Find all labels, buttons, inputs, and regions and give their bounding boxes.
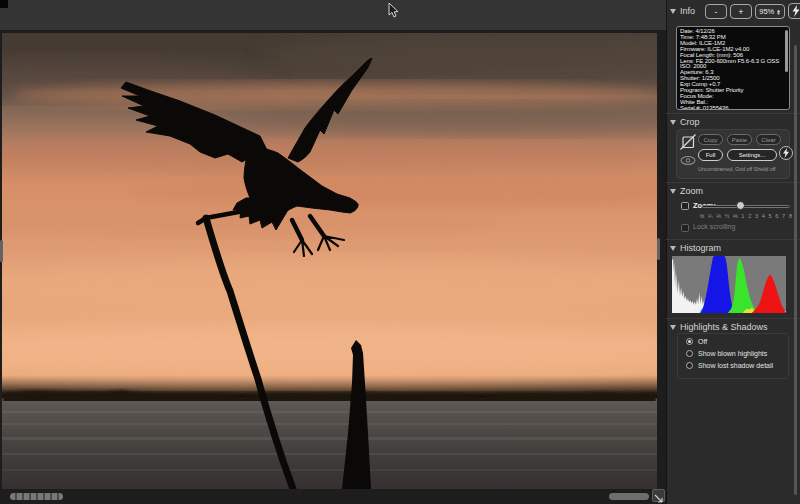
button-label: Paste: [732, 137, 747, 143]
radio-off[interactable]: Off: [686, 338, 707, 345]
eye-visibility-icon[interactable]: [680, 155, 696, 166]
histogram-chart: [672, 256, 786, 313]
tick-label: ¼: [708, 213, 713, 219]
resize-grip[interactable]: [652, 489, 665, 502]
zoom-slider-thumb[interactable]: [736, 201, 745, 210]
tick-label: ⅔: [733, 213, 738, 219]
tick-label: ½: [725, 213, 730, 219]
crop-settings-button[interactable]: Settings...: [727, 149, 777, 161]
panel-title: Histogram: [680, 243, 721, 253]
panel-header-highlights-shadows[interactable]: Highlights & Shadows: [670, 322, 768, 332]
section-divider: [666, 318, 800, 319]
zoom-level-select[interactable]: 95% ▲▼: [755, 4, 785, 19]
radio-label: Off: [698, 338, 707, 345]
panel-header-crop[interactable]: Crop: [670, 117, 700, 127]
panel-title: Info: [680, 6, 695, 16]
zoom-out-button[interactable]: -: [705, 4, 727, 19]
button-label: Copy: [703, 137, 717, 143]
section-divider: [666, 182, 800, 183]
collapse-triangle-icon: [670, 9, 676, 14]
zoom-level-value: 95%: [759, 7, 774, 16]
radio-show-lost-shadow-detail[interactable]: Show lost shadow detail: [686, 362, 773, 369]
radio-icon: [686, 338, 693, 345]
zoom-checkbox[interactable]: [681, 202, 689, 210]
panel-title: Crop: [680, 117, 700, 127]
canvas-vscroll-right-thumb[interactable]: [657, 238, 660, 260]
collapse-triangle-icon: [670, 120, 676, 125]
panel-header-histogram[interactable]: Histogram: [670, 243, 721, 253]
zoom-in-button[interactable]: +: [730, 4, 752, 19]
exif-info-box: Date: 4/12/26 Time: 7:48:32 PM Model: IL…: [676, 26, 790, 110]
zoom-out-label: -: [715, 7, 718, 17]
tick-label: 2: [748, 213, 751, 219]
zoom-slider-ticks: fit ¼ ⅓ ½ ⅔ 1 2 3 4 5 6 7 8: [700, 213, 792, 219]
panel-header-zoom[interactable]: Zoom: [670, 186, 703, 196]
crop-full-button[interactable]: Full: [698, 149, 723, 161]
tick-label: 4: [762, 213, 765, 219]
collapse-triangle-icon: [670, 325, 676, 330]
radio-show-blown-highlights[interactable]: Show blown highlights: [686, 350, 767, 357]
info-scrollbar-thumb[interactable]: [785, 30, 788, 72]
radio-label: Show lost shadow detail: [698, 362, 773, 369]
stepper-arrows-icon: ▲▼: [776, 9, 780, 15]
top-toolbar: [0, 0, 666, 31]
window-corner-notch: [0, 0, 8, 8]
button-label: Clear: [761, 137, 775, 143]
tick-label: 3: [755, 213, 758, 219]
info-line: Serial #: 01355436: [680, 106, 786, 110]
button-label: Full: [706, 152, 716, 158]
tick-label: 5: [769, 213, 772, 219]
tick-label: fit: [700, 213, 704, 219]
photo-sunset-bird: [2, 33, 657, 489]
panel-title: Zoom: [680, 186, 703, 196]
tick-label: ⅓: [716, 213, 721, 219]
tick-label: 1: [741, 213, 744, 219]
collapse-triangle-icon: [670, 246, 676, 251]
lock-scrolling-checkbox[interactable]: [681, 224, 689, 232]
crop-flash-button[interactable]: [779, 146, 793, 160]
flash-tool-button[interactable]: [788, 3, 800, 19]
canvas-vscroll-left-thumb[interactable]: [0, 240, 3, 262]
radio-label: Show blown highlights: [698, 350, 767, 357]
photo-water: [2, 401, 657, 489]
canvas-hscroll-left-thumb[interactable]: [10, 493, 63, 500]
crop-tool-icon[interactable]: [680, 134, 696, 150]
crop-paste-button[interactable]: Paste: [727, 134, 752, 145]
tick-label: 7: [782, 213, 785, 219]
collapse-triangle-icon: [670, 189, 676, 194]
lock-scrolling-label: Lock scrolling: [693, 223, 735, 230]
crop-clear-button[interactable]: Clear: [756, 134, 781, 145]
radio-icon: [686, 362, 693, 369]
tick-label: 8: [789, 213, 792, 219]
sidebar-scrollbar-thumb[interactable]: [794, 45, 797, 495]
crop-status-text: Unconstrained, Grid off Shield off: [698, 166, 790, 172]
zoom-in-label: +: [738, 7, 743, 17]
section-divider: [666, 113, 800, 114]
button-label: Settings...: [739, 152, 766, 158]
lightning-icon: [791, 5, 800, 17]
mouse-cursor: [388, 3, 400, 19]
panel-header-info[interactable]: Info: [670, 6, 695, 16]
radio-icon: [686, 350, 693, 357]
crop-copy-button[interactable]: Copy: [698, 134, 723, 145]
panel-title: Highlights & Shadows: [680, 322, 768, 332]
canvas-hscroll-right-thumb[interactable]: [609, 493, 649, 500]
tick-label: 6: [775, 213, 778, 219]
zoom-slider-track[interactable]: [702, 205, 790, 208]
lightning-icon: [782, 148, 790, 158]
section-divider: [666, 239, 800, 240]
